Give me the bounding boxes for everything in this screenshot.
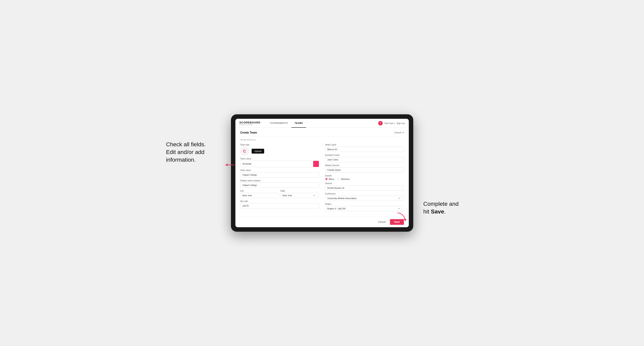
sign-out-link[interactable]: Sign out <box>396 122 404 124</box>
brand-sub-text: Powered by clippd <box>240 124 260 126</box>
left-arrow-indicator <box>223 161 236 169</box>
assistant-coach-label: Assistant Coach <box>325 154 404 156</box>
instruction-line3: information. <box>166 157 196 163</box>
svg-marker-1 <box>404 219 406 221</box>
display-name-label: Display name (unique) <box>240 179 319 182</box>
brand-logo: SCOREBOARD Powered by clippd <box>240 121 260 126</box>
upload-button[interactable]: Upload <box>252 149 264 154</box>
womens-radio-dot <box>337 178 340 180</box>
instruction-line1: Check all fields. <box>166 141 206 148</box>
assistant-coach-group: Assistant Coach <box>325 154 404 162</box>
instruction-line2: Edit and/or add <box>166 149 204 155</box>
team-name-group: Team name <box>240 169 319 177</box>
tablet-screen: SCOREBOARD Powered by clippd TOURNAMENTS… <box>236 119 409 227</box>
colour-input-wrap <box>240 161 319 167</box>
right-instructions: Complete and hit Save. <box>424 200 476 215</box>
region-select-wrap: Region II - (M) DIII ✕ ⌄ <box>325 206 404 211</box>
state-label: State <box>280 190 319 192</box>
city-input[interactable] <box>240 193 279 198</box>
mens-radio-dot <box>325 178 328 180</box>
colour-swatch[interactable] <box>313 161 319 167</box>
head-coach-label: Head Coach <box>325 144 404 146</box>
womens-label: Womens <box>341 178 350 180</box>
state-clear-icon[interactable]: ✕ <box>313 194 315 197</box>
conference-label: Conference <box>325 193 404 195</box>
gender-mens-option[interactable]: Mens <box>325 178 334 180</box>
form-footer: Cancel Save <box>236 216 409 227</box>
conference-group: Conference University Athletic Associati… <box>325 193 404 201</box>
region-group: Region Region II - (M) DIII ✕ ⌄ <box>325 203 404 211</box>
team-name-input[interactable] <box>240 172 319 177</box>
cancel-button[interactable]: Cancel <box>376 219 388 225</box>
mens-label: Mens <box>329 178 334 180</box>
division-select-wrap: NCAA Division III ⌄ <box>325 185 404 191</box>
team-colour-label: Team colour <box>240 158 319 160</box>
user-label: Test User | <box>384 122 395 124</box>
cancel-header-btn[interactable]: Cancel ✕ <box>394 131 404 134</box>
left-instructions: Check all fields. Edit and/or add inform… <box>166 141 221 164</box>
colour-text-input[interactable] <box>240 162 313 166</box>
team-logo-group: Team logo C Upload <box>240 144 319 156</box>
navbar-right: T Test User | Sign out <box>378 121 405 126</box>
state-wrap: State New York ✕ ⌄ <box>280 190 319 198</box>
region-label: Region <box>325 203 404 205</box>
team-logo-label: Team logo <box>240 144 319 146</box>
conference-clear-icon[interactable]: ✕ <box>398 197 400 200</box>
brand-main-text: SCOREBOARD <box>240 121 260 124</box>
right-instruction-line2-normal: hit <box>424 208 431 215</box>
city-state-row: City State New York ✕ <box>240 190 319 198</box>
head-coach-input[interactable] <box>325 147 404 152</box>
right-instruction-line1: Complete and <box>424 201 459 207</box>
region-clear-icon[interactable]: ✕ <box>398 207 400 210</box>
athletic-director-group: Athletic Director <box>325 164 404 173</box>
conference-select[interactable]: University Athletic Association <box>325 196 404 201</box>
gender-options: Mens Womens <box>325 178 404 180</box>
display-name-input[interactable] <box>240 182 319 188</box>
team-name-label: Team name <box>240 169 319 172</box>
nav-links: TOURNAMENTS TEAMS <box>266 119 378 128</box>
right-instruction-period: . <box>444 208 446 215</box>
navbar: SCOREBOARD Powered by clippd TOURNAMENTS… <box>236 119 409 128</box>
right-column: Head Coach Assistant Coach Athletic Dire… <box>325 144 404 213</box>
cancel-header-label: Cancel <box>394 131 401 134</box>
conference-select-wrap: University Athletic Association ✕ ⌄ <box>325 196 404 201</box>
city-label: City <box>240 190 279 192</box>
division-group: Division NCAA Division III ⌄ <box>325 182 404 191</box>
division-select[interactable]: NCAA Division III <box>325 185 404 191</box>
zip-input[interactable] <box>240 203 319 208</box>
right-arrow-indicator <box>396 212 408 222</box>
athletic-director-label: Athletic Director <box>325 164 404 167</box>
zip-code-group: Zip code <box>240 200 319 208</box>
gender-womens-option[interactable]: Womens <box>337 178 350 180</box>
city-state-group: City State New York ✕ <box>240 190 319 198</box>
display-name-group: Display name (unique) <box>240 179 319 188</box>
tablet-frame: SCOREBOARD Powered by clippd TOURNAMENTS… <box>231 114 413 232</box>
nav-teams[interactable]: TEAMS <box>291 119 306 128</box>
close-icon: ✕ <box>402 131 404 134</box>
left-column: Team logo C Upload Team colour <box>240 144 319 213</box>
head-coach-group: Head Coach <box>325 144 404 152</box>
form-header: Create Team Cancel ✕ <box>240 131 404 134</box>
region-select[interactable]: Region II - (M) DIII <box>325 206 404 211</box>
gender-label: Gender <box>325 174 404 177</box>
team-logo-area: C Upload <box>240 147 319 156</box>
assistant-coach-input[interactable] <box>325 157 404 162</box>
zip-label: Zip code <box>240 200 319 202</box>
team-colour-group: Team colour <box>240 158 319 167</box>
nav-tournaments[interactable]: TOURNAMENTS <box>266 119 291 128</box>
form-container: Create Team Cancel ✕ TEAM DETAILS Team l… <box>236 128 409 216</box>
gender-group: Gender Mens Womens <box>325 174 404 180</box>
logo-circle: C <box>240 147 249 156</box>
section-label: TEAM DETAILS <box>240 137 404 141</box>
svg-marker-0 <box>225 164 228 166</box>
right-instruction-save: Save <box>431 208 444 215</box>
division-label: Division <box>325 182 404 184</box>
user-avatar: T <box>378 121 383 126</box>
form-columns: Team logo C Upload Team colour <box>240 144 404 213</box>
state-select-wrap: New York ✕ ⌄ <box>280 193 319 198</box>
form-title: Create Team <box>240 131 257 134</box>
athletic-director-input[interactable] <box>325 167 404 173</box>
city-wrap: City <box>240 190 279 198</box>
